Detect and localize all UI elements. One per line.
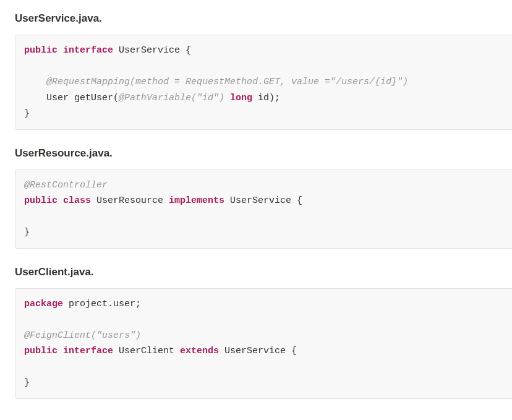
code-token-anno: @PathVariable("id") — [119, 93, 224, 103]
code-token-kw: package — [24, 299, 63, 309]
code-block-userclient: package project.user; @FeignClient("user… — [15, 288, 512, 399]
section-title-userclient: UserClient.java. — [15, 266, 512, 278]
code-token-kw: interface — [63, 45, 113, 56]
code-token-kw: extends — [180, 346, 219, 356]
code-token-plain: project.user; — [63, 299, 141, 309]
code-token-plain — [58, 45, 63, 56]
section-title-userresource: UserResource.java. — [15, 147, 512, 160]
section-title-userservice: UserService.java. — [15, 12, 512, 25]
code-token-plain: User getUser( — [24, 93, 119, 103]
code-token-plain — [58, 195, 63, 206]
code-token-kw: long — [230, 93, 252, 103]
code-token-kw: public — [24, 45, 58, 56]
code-token-plain: UserClient — [113, 346, 180, 356]
code-token-kw: class — [63, 195, 91, 206]
code-token-plain: UserResource — [91, 195, 169, 206]
code-token-anno: @FeignClient("users") — [24, 330, 141, 341]
code-token-kw: public — [24, 195, 58, 206]
code-block-userresource: @RestController public class UserResourc… — [15, 169, 512, 249]
code-block-userservice: public interface UserService { @RequestM… — [15, 35, 512, 130]
code-token-plain — [58, 346, 63, 356]
code-token-kw: implements — [169, 195, 224, 206]
code-token-kw: interface — [63, 346, 113, 356]
code-token-anno: @RestController — [24, 180, 108, 191]
code-token-kw: public — [24, 346, 58, 356]
code-token-anno: @RequestMapping(method = RequestMethod.G… — [46, 77, 408, 87]
code-token-plain — [224, 93, 230, 103]
